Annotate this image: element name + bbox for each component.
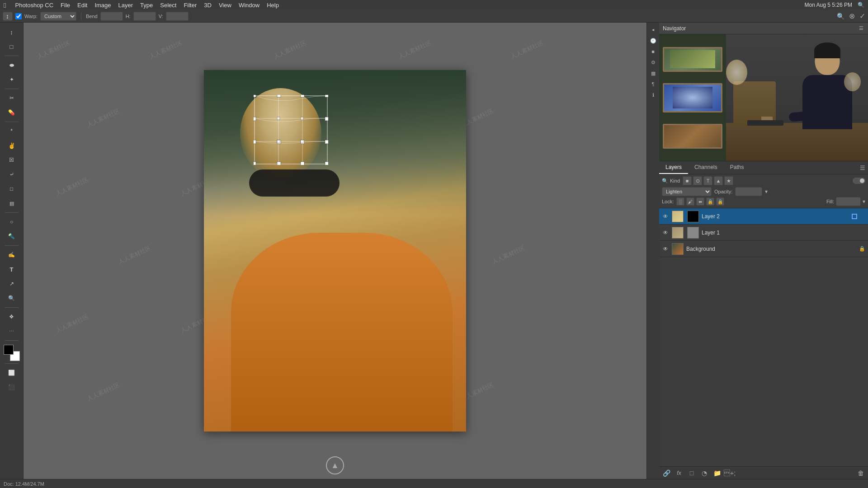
tool-screen-mode-2[interactable]: ⬛ — [5, 380, 19, 394]
panel-icon-history[interactable]: 🕘 — [649, 36, 658, 45]
tool-crop[interactable]: ✂ — [5, 91, 19, 105]
tool-marquee[interactable]: □ — [5, 40, 19, 53]
tool-clone[interactable]: ☒ — [5, 153, 19, 167]
tool-eyedropper[interactable]: 💊 — [5, 106, 19, 119]
lock-artboard-btn[interactable]: 🔒 — [706, 197, 714, 206]
h-input[interactable] — [133, 12, 156, 21]
tool-dodge[interactable]: 🔦 — [5, 230, 19, 243]
fill-input[interactable]: 100% — [836, 197, 861, 206]
fill-dropdown-icon[interactable]: ▾ — [863, 198, 865, 205]
tool-lasso[interactable]: ⬬ — [5, 58, 19, 72]
tool-custom[interactable]: ⋯ — [5, 324, 19, 338]
tool-gradient[interactable]: ▤ — [5, 197, 19, 210]
menu-help[interactable]: Help — [267, 2, 279, 9]
lock-image-btn[interactable]: 🖌 — [686, 197, 694, 206]
lock-all-btn[interactable]: 🔒 — [716, 197, 724, 206]
menu-image[interactable]: Image — [94, 2, 111, 9]
panel-icon-para[interactable]: ¶ — [649, 80, 658, 89]
layer-thumb-background — [672, 243, 684, 255]
lock-transparent-btn[interactable]: ░ — [676, 197, 684, 206]
filter-adjust-btn[interactable]: ⊙ — [693, 176, 702, 185]
panel-icon-hist2[interactable]: ▦ — [649, 69, 658, 78]
lock-position-btn[interactable]: ⬌ — [696, 197, 704, 206]
tool-text[interactable]: T — [5, 263, 19, 276]
fx-btn[interactable]: fx — [675, 469, 684, 478]
confirm-transform-btn[interactable]: ✓ — [859, 12, 865, 20]
layers-controls: 🔍 Kind ■ ⊙ T ▲ ★ — [659, 174, 868, 208]
layer-name-background: Background — [686, 246, 856, 252]
blend-mode-select[interactable]: Lighten Normal Dissolve Darken Multiply … — [662, 187, 712, 196]
cancel-transform-btn[interactable]: ⊗ — [849, 12, 855, 20]
bend-input[interactable] — [100, 12, 123, 21]
tool-brush[interactable]: ✌ — [5, 139, 19, 152]
menu-edit[interactable]: Edit — [77, 2, 87, 9]
bend-label: Bend — [86, 14, 98, 19]
tool-separator-4 — [5, 212, 19, 213]
search-btn[interactable]: 🔍 — [837, 13, 844, 20]
warp-mode-select[interactable]: Custom Arc Arc Lower Arc Upper Bulge Fla… — [40, 12, 76, 21]
tool-path[interactable]: ↗ — [5, 277, 19, 291]
tab-channels[interactable]: Channels — [688, 161, 724, 174]
tool-magic-wand[interactable]: ✦ — [5, 73, 19, 86]
tab-layers[interactable]: Layers — [659, 161, 688, 174]
layer-row-layer2[interactable]: 👁 Layer 2 — [659, 208, 868, 225]
new-layer-btn[interactable]: +; — [725, 469, 734, 478]
layer-mask-layer1 — [687, 227, 699, 239]
layer-eye-background[interactable]: 👁 — [662, 245, 669, 253]
color-swatches[interactable] — [4, 345, 20, 361]
navigator-menu-icon[interactable]: ☰ — [858, 24, 864, 32]
panel-icon-adjust[interactable]: ⚙ — [649, 58, 658, 67]
menu-3d[interactable]: 3D — [204, 2, 212, 9]
filter-shape-btn[interactable]: ▲ — [714, 176, 723, 185]
v-input[interactable] — [166, 12, 189, 21]
filter-text-btn[interactable]: T — [703, 176, 712, 185]
panel-icon-prop[interactable]: ℹ — [649, 90, 658, 99]
filter-toggle-switch[interactable] — [853, 178, 865, 184]
apple-logo-icon[interactable]:  — [4, 1, 6, 9]
tool-move[interactable]: ↕ — [5, 25, 19, 39]
menu-filter[interactable]: Filter — [184, 2, 197, 9]
navigator-header: Navigator ☰ — [659, 23, 868, 34]
filter-smart-btn[interactable]: ★ — [724, 176, 733, 185]
canvas-area[interactable]: 人人素材社区 人人素材社区 人人素材社区 人人素材社区 人人素材社区 人人素材社… — [24, 23, 646, 479]
layers-panel-menu-icon[interactable]: ☰ — [860, 164, 865, 171]
layer-row-layer1[interactable]: 👁 Layer 1 — [659, 225, 868, 241]
add-mask-btn[interactable]: □ — [687, 469, 696, 478]
fill-label: Fill: — [826, 199, 834, 204]
panel-icon-color[interactable]: ■ — [649, 47, 658, 56]
adjustment-btn[interactable]: ◔ — [700, 469, 709, 478]
foreground-color-swatch[interactable] — [4, 345, 14, 355]
filter-pixel-btn[interactable]: ■ — [683, 176, 692, 185]
menu-view[interactable]: View — [219, 2, 231, 9]
tab-paths[interactable]: Paths — [724, 161, 750, 174]
canvas-nav-btn[interactable]: ▲ — [326, 456, 344, 474]
tool-history-brush[interactable]: ⤶ — [5, 168, 19, 181]
menu-layer[interactable]: Layer — [118, 2, 133, 9]
tool-shapes[interactable]: ❖ — [5, 310, 19, 324]
tool-icon-btn[interactable]: ↕ — [3, 12, 13, 21]
tool-zoom[interactable]: 🔍 — [5, 291, 19, 305]
group-layers-btn[interactable]: 📁 — [712, 469, 722, 478]
opacity-dropdown-icon[interactable]: ▾ — [765, 188, 768, 195]
menu-select[interactable]: Select — [160, 2, 176, 9]
tool-pen[interactable]: ✍ — [5, 248, 19, 262]
layer-eye-layer2[interactable]: 👁 — [662, 213, 669, 220]
tool-eraser[interactable]: □ — [5, 182, 19, 196]
layers-blend-row: Lighten Normal Dissolve Darken Multiply … — [662, 187, 865, 196]
tool-healing[interactable]: * — [5, 124, 19, 138]
menu-window[interactable]: Window — [239, 2, 259, 9]
layer-row-background[interactable]: 👁 Background 🔒 — [659, 241, 868, 257]
layer-eye-layer1[interactable]: 👁 — [662, 229, 669, 236]
menu-type[interactable]: Type — [140, 2, 153, 9]
collapse-icon-1[interactable]: ◄ — [649, 25, 658, 34]
search-icon[interactable]: 🔍 — [858, 2, 864, 8]
tool-blur[interactable]: ○ — [5, 215, 19, 229]
delete-layer-btn[interactable]: 🗑 — [856, 469, 865, 478]
app-name-menu[interactable]: Photoshop CC — [15, 2, 53, 9]
link-layers-btn[interactable]: 🔗 — [662, 469, 671, 478]
left-toolbar: ↕ □ ⬬ ✦ ✂ 💊 * ✌ ☒ ⤶ □ ▤ ○ 🔦 ✍ T ↗ 🔍 ❖ ⋯ … — [0, 23, 24, 479]
opacity-input[interactable]: 100% — [735, 187, 762, 196]
options-checkbox[interactable] — [15, 13, 22, 19]
menu-file[interactable]: File — [61, 2, 70, 9]
tool-screen-mode-1[interactable]: ⬜ — [5, 366, 19, 380]
